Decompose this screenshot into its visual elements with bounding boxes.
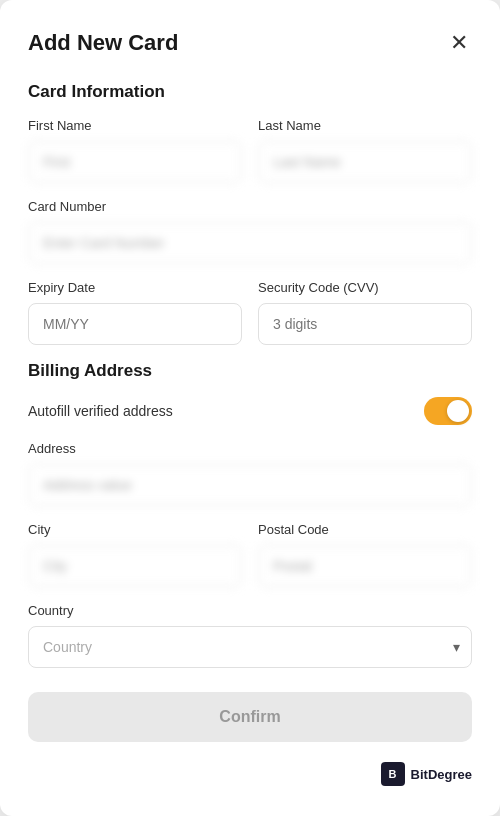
billing-address-section: Billing Address Autofill verified addres… (28, 361, 472, 668)
city-postal-row: City Postal Code (28, 522, 472, 587)
modal-header: Add New Card ✕ (28, 28, 472, 58)
footer: B BitDegree (28, 754, 472, 786)
confirm-button[interactable]: Confirm (28, 692, 472, 742)
city-group: City (28, 522, 242, 587)
autofill-toggle[interactable] (424, 397, 472, 425)
first-name-group: First Name (28, 118, 242, 183)
name-row: First Name Last Name (28, 118, 472, 183)
postal-code-input[interactable] (258, 545, 472, 587)
first-name-label: First Name (28, 118, 242, 133)
card-number-group: Card Number (28, 199, 472, 264)
country-select[interactable]: Country (28, 626, 472, 668)
first-name-input[interactable] (28, 141, 242, 183)
card-number-input[interactable] (28, 222, 472, 264)
country-select-wrapper: Country ▾ (28, 626, 472, 668)
expiry-label: Expiry Date (28, 280, 242, 295)
cvv-group: Security Code (CVV) (258, 280, 472, 345)
postal-code-label: Postal Code (258, 522, 472, 537)
expiry-cvv-row: Expiry Date Security Code (CVV) (28, 280, 472, 345)
cvv-input[interactable] (258, 303, 472, 345)
address-input[interactable] (28, 464, 472, 506)
toggle-knob (447, 400, 469, 422)
cvv-label: Security Code (CVV) (258, 280, 472, 295)
city-label: City (28, 522, 242, 537)
billing-section-title: Billing Address (28, 361, 472, 381)
add-card-modal: Add New Card ✕ Card Information First Na… (0, 0, 500, 816)
close-button[interactable]: ✕ (446, 28, 472, 58)
card-information-section: Card Information First Name Last Name Ca… (28, 82, 472, 345)
country-label: Country (28, 603, 472, 618)
autofill-row: Autofill verified address (28, 397, 472, 425)
postal-code-group: Postal Code (258, 522, 472, 587)
bitdegree-brand-name: BitDegree (411, 767, 472, 782)
last-name-label: Last Name (258, 118, 472, 133)
autofill-label: Autofill verified address (28, 403, 173, 419)
bitdegree-badge: B BitDegree (381, 762, 472, 786)
city-input[interactable] (28, 545, 242, 587)
address-label: Address (28, 441, 472, 456)
card-section-title: Card Information (28, 82, 472, 102)
expiry-group: Expiry Date (28, 280, 242, 345)
card-number-label: Card Number (28, 199, 472, 214)
last-name-group: Last Name (258, 118, 472, 183)
last-name-input[interactable] (258, 141, 472, 183)
modal-title: Add New Card (28, 30, 178, 56)
country-group: Country Country ▾ (28, 603, 472, 668)
expiry-input[interactable] (28, 303, 242, 345)
address-group: Address (28, 441, 472, 506)
bitdegree-icon: B (381, 762, 405, 786)
